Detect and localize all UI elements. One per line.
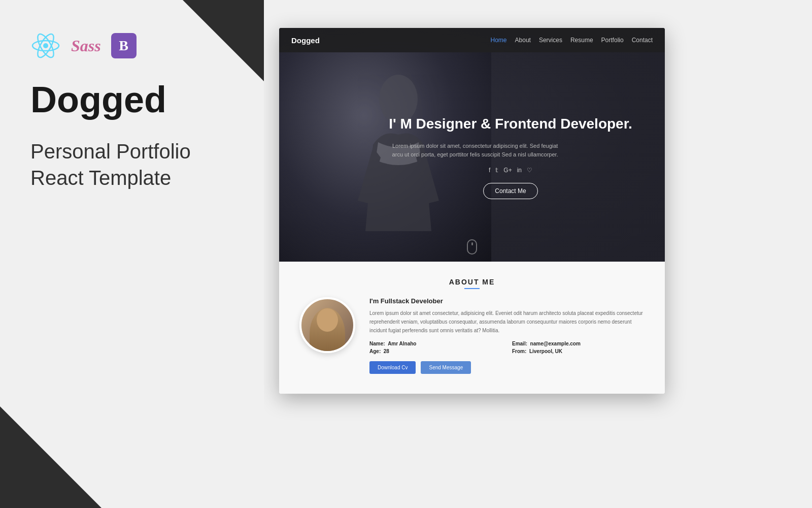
scroll-indicator <box>467 239 477 255</box>
left-panel: Sass B Dogged Personal Portfolio React T… <box>0 0 264 508</box>
hero-content: I' M Designer & Frontend Developer. Lore… <box>358 115 663 199</box>
about-section: ABOUT ME I'm Fullstack Develober Lorem i… <box>279 262 665 394</box>
about-age: Age: 28 <box>369 348 502 354</box>
about-email: Email: name@example.com <box>512 341 645 346</box>
hero-description: Lorem ipsum dolor sit amet, consectetur … <box>389 142 561 160</box>
brand-subtitle: Personal Portfolio React Template <box>30 138 233 191</box>
bootstrap-icon: B <box>111 33 137 58</box>
hero-title: I' M Designer & Frontend Developer. <box>389 115 632 133</box>
hero-social-links: f 𝕥 G+ in ♡ <box>389 167 632 174</box>
browser-mockup-primary: Dogged Home About Services Resume Portfo… <box>279 28 665 394</box>
about-description: Lorem ipsum dolor sit amet consectetur, … <box>369 309 645 335</box>
about-subtitle: I'm Fullstack Develober <box>369 297 645 305</box>
send-message-button[interactable]: Send Message <box>421 361 471 374</box>
decor-top-right <box>183 0 264 81</box>
hero-section: I' M Designer & Frontend Developer. Lore… <box>279 28 665 262</box>
brand-title: Dogged <box>30 81 233 118</box>
about-avatar <box>299 297 355 353</box>
apple-icon[interactable]: ♡ <box>527 167 532 174</box>
nav-contact[interactable]: Contact <box>632 37 653 44</box>
decor-bottom-left <box>0 406 101 508</box>
svg-point-0 <box>43 43 48 48</box>
contact-me-button[interactable]: Contact Me <box>483 183 537 199</box>
site-brand: Dogged <box>291 36 491 45</box>
site-nav: Dogged Home About Services Resume Portfo… <box>279 28 665 52</box>
linkedin-icon[interactable]: in <box>517 167 522 174</box>
about-meta: Name: Amr Alnaho Email: name@example.com… <box>369 341 645 354</box>
nav-services[interactable]: Services <box>539 37 562 44</box>
nav-resume[interactable]: Resume <box>570 37 593 44</box>
react-icon <box>30 30 61 61</box>
nav-links: Home About Services Resume Portfolio Con… <box>491 37 653 44</box>
facebook-icon[interactable]: f <box>489 167 490 174</box>
main-preview: Dogged Home About Services Resume Portfo… <box>264 0 812 508</box>
download-cv-button[interactable]: Download Cv <box>369 361 416 374</box>
nav-home[interactable]: Home <box>491 37 507 44</box>
nav-portfolio[interactable]: Portfolio <box>601 37 624 44</box>
about-buttons: Download Cv Send Message <box>369 361 645 374</box>
about-body: I'm Fullstack Develober Lorem ipsum dolo… <box>299 297 645 374</box>
googleplus-icon[interactable]: G+ <box>503 167 512 174</box>
about-title-wrap: ABOUT ME <box>299 278 645 289</box>
about-underline <box>464 288 480 289</box>
about-section-title: ABOUT ME <box>299 278 645 286</box>
about-from: From: Liverpool, UK <box>512 348 645 354</box>
about-text: I'm Fullstack Develober Lorem ipsum dolo… <box>369 297 645 374</box>
nav-about[interactable]: About <box>515 37 531 44</box>
about-name: Name: Amr Alnaho <box>369 341 502 346</box>
twitter-icon[interactable]: 𝕥 <box>495 167 498 174</box>
sass-icon: Sass <box>71 37 101 55</box>
